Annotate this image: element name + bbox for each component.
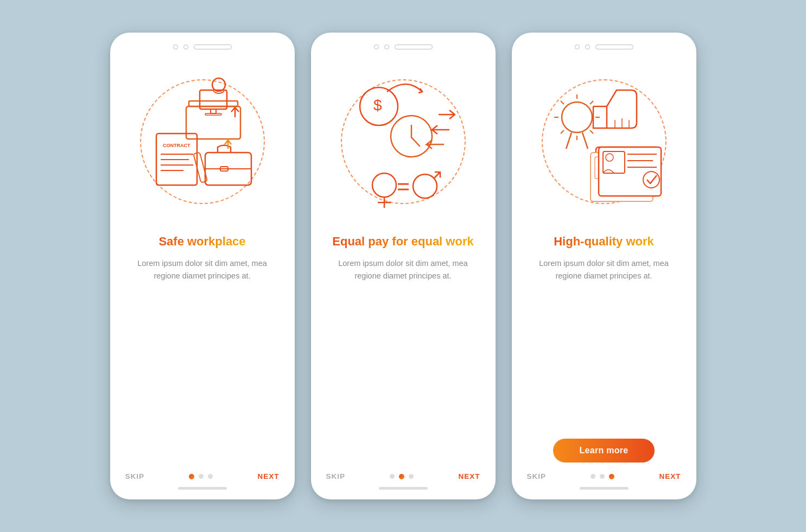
nav-dots-3 (591, 474, 614, 479)
phone-dot (585, 45, 590, 49)
nav-dot-active (189, 474, 194, 479)
phone-top-bar-2 (326, 45, 480, 49)
phone-card-1: CONTRACT Safe workplace Lorem ipsum dolo… (110, 33, 295, 499)
nav-dot-active (609, 474, 614, 479)
phone-card-2: $ (311, 33, 496, 499)
next-button-1[interactable]: NEXT (257, 472, 279, 480)
home-indicator-1 (178, 487, 227, 490)
nav-dot (390, 474, 395, 479)
equal-pay-svg: $ (335, 66, 471, 218)
svg-line-42 (582, 132, 588, 149)
svg-rect-4 (205, 113, 221, 115)
svg-point-5 (212, 78, 225, 91)
card-title-1: Safe workplace (158, 234, 245, 250)
nav-dot-active (399, 474, 404, 479)
phone-pill (395, 45, 433, 49)
svg-point-21 (372, 173, 396, 197)
skip-button-3[interactable]: SKIP (527, 472, 547, 480)
card-title-2: Equal pay for equal work (332, 234, 473, 250)
svg-line-39 (590, 101, 593, 104)
svg-point-26 (413, 174, 437, 198)
nav-dots-2 (390, 474, 414, 479)
phone-card-3: High-quality work Lorem ipsum dolor sit … (512, 33, 696, 499)
nav-bar-3: SKIP NEXT (527, 468, 681, 480)
home-indicator-3 (580, 487, 629, 490)
learn-more-button[interactable]: Learn more (553, 439, 654, 463)
phone-dot (384, 45, 389, 49)
nav-dots-1 (189, 474, 213, 479)
phone-dot (173, 45, 178, 49)
nav-dot (591, 474, 595, 479)
phone-top-bar-1 (125, 45, 280, 49)
phone-dot (183, 45, 188, 49)
quality-work-svg (536, 63, 672, 220)
phone-dot (374, 45, 379, 49)
nav-dot (199, 474, 204, 479)
svg-line-20 (411, 137, 420, 146)
card-title-3: High-quality work (554, 234, 654, 250)
illustration-quality-work (531, 55, 677, 229)
svg-rect-0 (189, 101, 238, 106)
phone-pill (194, 45, 232, 49)
nav-dot (208, 474, 213, 479)
card-desc-3: Lorem ipsum dolor sit dim amet, mea regi… (527, 257, 681, 429)
nav-bar-2: SKIP NEXT (326, 468, 480, 480)
card-desc-2: Lorem ipsum dolor sit dim amet, mea regi… (326, 257, 480, 358)
svg-line-37 (561, 101, 564, 104)
illustration-safe-workplace: CONTRACT (129, 55, 276, 229)
next-button-3[interactable]: NEXT (659, 472, 681, 480)
phone-pill (595, 45, 633, 49)
svg-point-32 (562, 102, 592, 132)
next-button-2[interactable]: NEXT (458, 472, 480, 480)
skip-button-1[interactable]: SKIP (125, 472, 145, 480)
svg-text:CONTRACT: CONTRACT (163, 143, 191, 148)
illustration-equal-pay: $ (330, 55, 477, 229)
svg-line-40 (561, 130, 564, 134)
svg-line-27 (434, 172, 440, 179)
phone-top-bar-3 (527, 45, 681, 49)
svg-text:$: $ (373, 97, 382, 113)
nav-dot (600, 474, 605, 479)
skip-button-2[interactable]: SKIP (326, 472, 346, 480)
svg-line-38 (590, 130, 593, 134)
phone-dot (575, 45, 580, 49)
home-indicator-2 (379, 487, 428, 490)
svg-line-41 (566, 132, 572, 149)
nav-dot (409, 474, 414, 479)
card-desc-1: Lorem ipsum dolor sit dim amet, mea regi… (125, 257, 280, 358)
screens-container: CONTRACT Safe workplace Lorem ipsum dolo… (110, 33, 696, 499)
safe-workplace-svg: CONTRACT (140, 68, 265, 215)
nav-bar-1: SKIP NEXT (125, 468, 280, 480)
